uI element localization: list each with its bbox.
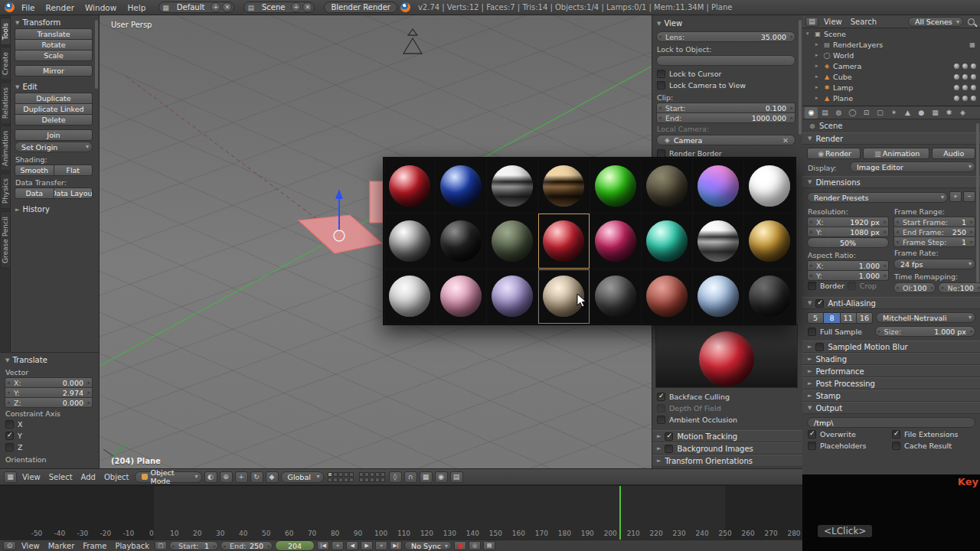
viewport-menu-add[interactable]: Add: [78, 473, 99, 481]
constraint-x-checkbox-row[interactable]: X: [5, 419, 93, 430]
lock-icon[interactable]: ◊: [389, 471, 402, 483]
aspect-x-field[interactable]: X: 1.000: [807, 260, 889, 271]
jump-to-end-button[interactable]: ▶|: [390, 541, 402, 550]
translate-redo-header[interactable]: ▼ Translate: [5, 354, 93, 366]
renderability-toggle-icon[interactable]: [971, 85, 976, 90]
transform-panel-header[interactable]: ▼ Transform: [15, 16, 93, 28]
matcap-item-bronze-reflect[interactable]: [538, 158, 589, 213]
plane-object[interactable]: [299, 215, 382, 253]
post-processing-panel-header[interactable]: ► Post Processing: [802, 377, 980, 390]
mode-dropdown[interactable]: Object Mode: [135, 471, 202, 483]
cache-result-row[interactable]: Cache Result: [891, 440, 975, 452]
menu-file[interactable]: File: [18, 3, 39, 12]
mirror-button[interactable]: Mirror: [15, 65, 93, 77]
outliner-row-lamp[interactable]: ▸✱Lamp: [802, 82, 980, 93]
layer-square[interactable]: [381, 478, 385, 482]
menu-window[interactable]: Window: [81, 3, 120, 12]
timeline-menu-playback[interactable]: Playback: [112, 542, 152, 550]
checkbox-checked-icon[interactable]: [665, 432, 673, 441]
toolshelf-tab-grease-pencil[interactable]: Grease Pencil: [0, 211, 11, 269]
render-still-button[interactable]: ◉ Render: [807, 148, 861, 159]
properties-tab-scene[interactable]: ◍: [832, 107, 845, 119]
resolution-x-field[interactable]: X: 1920 px: [807, 217, 889, 227]
blender-logo-icon[interactable]: [5, 2, 15, 12]
rotate-button[interactable]: Rotate: [15, 39, 93, 51]
add-preset-button[interactable]: +: [949, 191, 962, 202]
checkbox-checked-icon[interactable]: [815, 299, 824, 308]
manipulator-translate-icon[interactable]: +: [235, 471, 248, 483]
current-frame-playhead[interactable]: [619, 486, 621, 540]
vector-y-field[interactable]: Y: 2.974: [5, 387, 93, 398]
matcap-item-lavender-matte[interactable]: [487, 269, 537, 324]
expand-arrow-icon[interactable]: ▸: [815, 63, 821, 69]
collapse-arrow-icon[interactable]: ▾: [806, 31, 812, 37]
transform-orientations-panel-header[interactable]: ► Transform Orientations: [652, 455, 802, 467]
vector-z-field[interactable]: Z: 0.000: [5, 397, 93, 408]
expand-arrow-icon[interactable]: ▸: [815, 41, 821, 47]
remap-old-field[interactable]: Ol: 100: [893, 282, 936, 293]
search-icon[interactable]: [968, 18, 975, 25]
output-panel-header[interactable]: ▼ Output: [802, 402, 980, 414]
lens-field[interactable]: Lens: 35.000: [656, 31, 795, 42]
opengl-render-anim-icon[interactable]: ▤: [450, 471, 463, 483]
toolshelf-tab-tools[interactable]: Tools: [0, 18, 11, 45]
delete-layout-button[interactable]: ✕: [222, 2, 232, 12]
play-reverse-button[interactable]: ◀: [346, 541, 358, 550]
outliner-row-camera[interactable]: ▸◈Camera: [802, 60, 980, 71]
selectability-toggle-icon[interactable]: [962, 96, 968, 101]
properties-tab-material[interactable]: ●: [915, 107, 928, 119]
data-button[interactable]: Data: [15, 187, 54, 199]
outliner-row-world[interactable]: ▸◯World: [802, 50, 980, 60]
border-checkbox-row[interactable]: Border: [807, 280, 845, 292]
frame-rate-dropdown[interactable]: 24 fps: [893, 259, 975, 269]
background-images-panel-header[interactable]: ► Background Images: [652, 442, 802, 455]
matcap-item-normal-matcap[interactable]: [693, 158, 743, 213]
selectability-toggle-icon[interactable]: [962, 64, 968, 69]
matcap-item-moss-green[interactable]: [487, 214, 537, 268]
motion-tracking-panel-header[interactable]: ► Motion Tracking: [652, 430, 802, 442]
matcap-item-crimson-gloss[interactable]: [590, 214, 641, 268]
outliner-scene-row[interactable]: ▾ ▣ Scene: [802, 28, 980, 39]
aa-samples-8-button[interactable]: 8: [823, 312, 840, 324]
layer-square[interactable]: [338, 472, 343, 477]
pivot-point-icon[interactable]: ⊕: [220, 471, 233, 483]
display-dropdown[interactable]: Image Editor: [850, 161, 975, 172]
scale-button[interactable]: Scale: [15, 50, 93, 61]
file-extensions-row[interactable]: File Extensions: [891, 429, 975, 440]
translate-button[interactable]: Translate: [15, 28, 93, 40]
render-presets-dropdown[interactable]: Render Presets: [807, 192, 948, 203]
aa-samples-16-button[interactable]: 16: [856, 312, 873, 324]
checkbox-icon[interactable]: [657, 81, 665, 90]
lock-camera-row[interactable]: Lock Camera to View: [656, 80, 795, 91]
toolshelf-tab-animation[interactable]: Animation: [0, 126, 11, 171]
checkbox-checked-icon[interactable]: [892, 430, 900, 439]
properties-tab-particles[interactable]: ✱: [942, 107, 956, 119]
expand-arrow-icon[interactable]: ▸: [815, 95, 821, 101]
timeline-editor[interactable]: -50-40-30-20-100102030405060708090100110…: [0, 485, 802, 540]
layer-square[interactable]: [381, 472, 385, 477]
full-sample-row[interactable]: Full Sample: [807, 326, 872, 337]
jump-to-start-button[interactable]: |◀: [317, 541, 329, 550]
selectability-toggle-icon[interactable]: [962, 74, 968, 80]
visibility-toggle-icon[interactable]: [954, 85, 959, 90]
matcap-item-white-matte[interactable]: [384, 269, 435, 324]
current-frame-field[interactable]: 204: [275, 540, 315, 551]
keying-set-icon[interactable]: ◎: [469, 541, 481, 550]
menu-help[interactable]: Help: [123, 3, 149, 12]
checkbox-icon[interactable]: [657, 70, 665, 78]
visibility-toggle-icon[interactable]: [954, 74, 959, 80]
shading-panel-header[interactable]: ► Shading: [802, 353, 980, 365]
layer-square[interactable]: [359, 478, 364, 482]
matcap-item-blue-gloss[interactable]: [436, 158, 486, 213]
outliner-row-plane[interactable]: ▸▲Plane: [802, 93, 980, 103]
opengl-render-icon[interactable]: ◉: [435, 471, 448, 483]
screen-layout-dropdown[interactable]: Default: [172, 3, 210, 11]
checkbox-icon[interactable]: [892, 442, 900, 450]
render-panel-header[interactable]: ▼ Render: [802, 132, 980, 145]
matcap-item-olive-matte[interactable]: [642, 158, 692, 213]
delete-button[interactable]: Delete: [15, 114, 93, 126]
render-audio-button[interactable]: Audio: [932, 148, 975, 159]
join-button[interactable]: Join: [15, 129, 93, 141]
renderability-toggle-icon[interactable]: [971, 74, 976, 80]
local-camera-field[interactable]: ◈ Camera ✕: [656, 135, 795, 145]
